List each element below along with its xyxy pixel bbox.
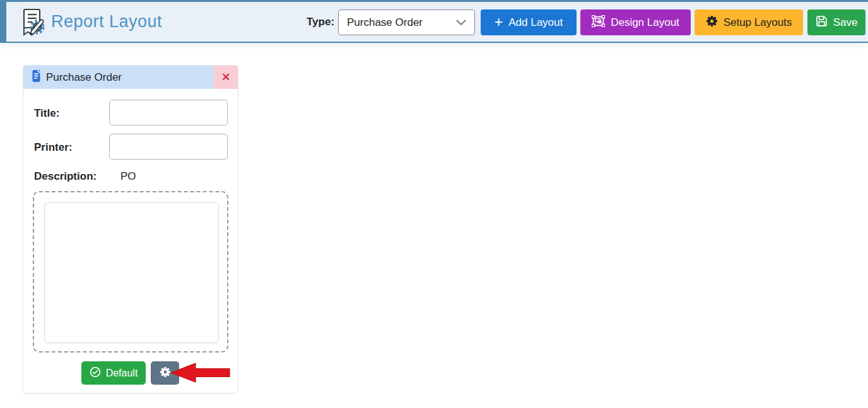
type-select-value: Purchase Order	[347, 16, 423, 29]
check-circle-icon	[90, 366, 101, 380]
layout-card: Purchase Order ✕ Title: Printer: Descrip…	[23, 65, 238, 393]
title-label: Title:	[34, 107, 59, 120]
close-icon: ✕	[221, 71, 230, 84]
design-layout-label: Design Layout	[611, 16, 679, 29]
file-icon	[32, 70, 41, 85]
add-layout-button[interactable]: + Add Layout	[481, 9, 577, 35]
card-title: Purchase Order	[46, 71, 122, 84]
description-label: Description:	[34, 170, 97, 183]
default-button[interactable]: Default	[81, 361, 146, 385]
printer-input[interactable]	[109, 134, 228, 160]
type-select[interactable]: Purchase Order	[338, 9, 475, 35]
printer-label: Printer:	[34, 141, 72, 154]
setup-layouts-label: Setup Layouts	[724, 16, 792, 29]
type-label: Type:	[307, 16, 334, 28]
red-arrow-annotation-icon	[170, 363, 230, 383]
description-value: PO	[120, 170, 136, 183]
top-bar: Report Layout Type: Purchase Order + Add…	[0, 0, 868, 43]
plus-icon: +	[495, 16, 503, 28]
default-label: Default	[106, 368, 138, 379]
object-group-icon	[592, 15, 605, 30]
chevron-down-icon	[456, 17, 466, 28]
add-layout-label: Add Layout	[508, 16, 563, 29]
layout-preview[interactable]	[44, 202, 219, 343]
page-title: Report Layout	[51, 12, 162, 32]
layout-preview-dropzone	[33, 191, 228, 353]
save-icon	[816, 15, 828, 30]
close-button[interactable]: ✕	[214, 66, 238, 89]
gear-icon	[706, 15, 718, 30]
save-button[interactable]: Save	[807, 9, 865, 35]
report-layout-icon	[20, 8, 46, 39]
header-accent-bar	[0, 2, 6, 42]
save-label: Save	[833, 16, 858, 29]
title-input[interactable]	[109, 100, 228, 125]
design-layout-button[interactable]: Design Layout	[580, 9, 691, 35]
setup-layouts-button[interactable]: Setup Layouts	[695, 9, 803, 35]
gear-icon	[160, 366, 171, 380]
card-header: Purchase Order	[23, 66, 238, 89]
